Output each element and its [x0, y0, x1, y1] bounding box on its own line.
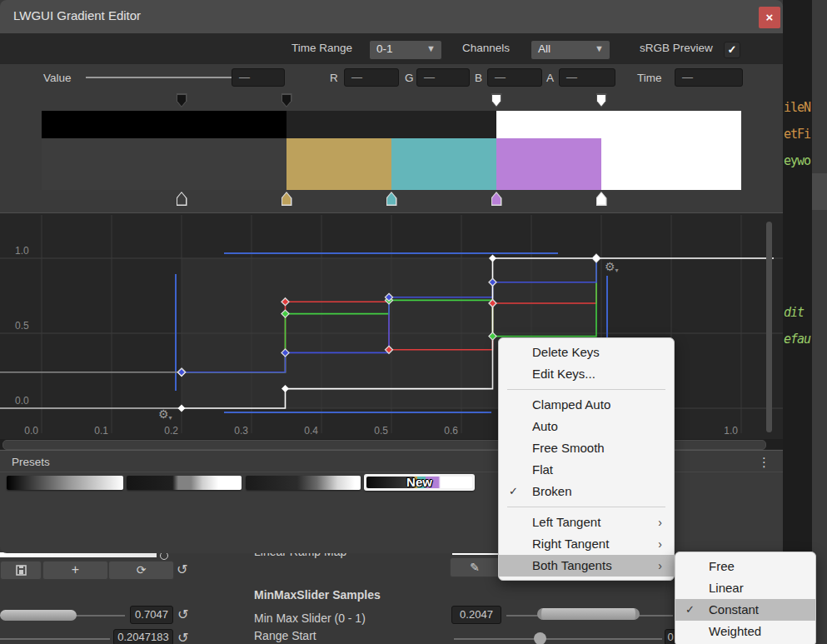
menu-item-auto[interactable]: Auto — [499, 416, 674, 437]
gradient-section: Value — R — G — B — A — Time — — [0, 64, 783, 212]
time-range-dropdown[interactable]: 0-1 ▼ — [369, 40, 442, 60]
value-label: Value — [43, 72, 72, 84]
gradient-color-segment — [286, 138, 391, 190]
vertical-scrollbar[interactable] — [766, 222, 772, 432]
alpha-key-fill — [597, 95, 605, 107]
save-button[interactable] — [0, 561, 42, 580]
code-text-fragment: eywo — [784, 153, 810, 168]
refresh-button[interactable]: ⟳ — [108, 561, 174, 580]
srgb-preview-checkbox[interactable]: ✓ — [724, 42, 740, 58]
menu-item-constant[interactable]: ✓Constant — [675, 599, 815, 621]
chevron-down-icon: ▼ — [426, 43, 436, 53]
submenu-arrow-icon: › — [658, 512, 662, 533]
submenu-arrow-icon: › — [658, 533, 662, 555]
slider2-track[interactable] — [0, 638, 110, 640]
menu-item-clamped-auto[interactable]: Clamped Auto — [499, 394, 674, 416]
menu-item-linear[interactable]: Linear — [675, 577, 815, 599]
color-key-marker[interactable] — [491, 192, 502, 206]
y-axis-tick-label: 1.0 — [15, 245, 29, 257]
slider2-value[interactable]: 0.2047183 — [113, 629, 173, 644]
menu-item-both-tangents[interactable]: Both Tangents› — [499, 555, 674, 577]
floppy-icon — [16, 565, 27, 576]
b-field[interactable]: — — [487, 68, 542, 87]
menu-separator — [507, 389, 665, 390]
alpha-key-marker[interactable] — [491, 93, 502, 107]
preset-swatch[interactable] — [127, 476, 242, 490]
color-key-fill — [492, 193, 501, 205]
channels-label: Channels — [462, 42, 510, 54]
controls-row: Time Range 0-1 ▼ Channels All ▼ sRGB Pre… — [0, 33, 783, 64]
gradient-color-segment — [496, 138, 601, 190]
g-label: G — [405, 72, 414, 84]
code-text-fragment: etFi — [784, 127, 810, 142]
r-label: R — [330, 72, 338, 84]
x-axis-tick-label: 0.1 — [80, 425, 108, 437]
range-start-track[interactable] — [454, 638, 662, 640]
add-button[interactable]: + — [42, 561, 108, 580]
minmax-title: MinMaxSlider Samples — [254, 588, 381, 602]
preset-new-swatch[interactable]: New — [364, 474, 475, 491]
gradient-alpha-segment — [42, 111, 286, 138]
menu-item-broken[interactable]: ✓Broken — [499, 481, 674, 502]
background-code-editor — [783, 0, 827, 644]
time-label: Time — [637, 72, 662, 84]
kebab-menu-icon[interactable]: ⋮ — [758, 455, 770, 470]
x-axis-tick-label: 0.5 — [360, 425, 388, 437]
value-field[interactable]: — — [232, 68, 285, 87]
undo-icon[interactable]: ↺ — [177, 630, 188, 644]
screen: ileNetFieywoditefau LWGUI Gradient Edito… — [0, 0, 827, 644]
channels-dropdown[interactable]: All ▼ — [531, 40, 610, 60]
preset-swatch[interactable] — [246, 476, 361, 490]
r-field[interactable]: — — [344, 68, 399, 87]
window-titlebar: LWGUI Gradient Editor × — [0, 0, 783, 33]
alpha-key-marker[interactable] — [281, 93, 292, 107]
color-key-marker[interactable] — [177, 192, 187, 206]
menu-item-right-tangent[interactable]: Right Tangent› — [499, 533, 674, 555]
slider1-handle[interactable] — [0, 610, 77, 621]
alpha-key-marker[interactable] — [596, 93, 607, 107]
b-label: B — [475, 72, 482, 84]
a-field[interactable]: — — [559, 68, 615, 87]
gradient-color-segment — [391, 138, 496, 190]
code-text-fragment: dit — [784, 305, 804, 320]
check-icon: ✓ — [728, 43, 737, 56]
gear-icon[interactable]: ⚙▾ — [605, 261, 619, 277]
slider1-value[interactable]: 0.7047 — [130, 606, 173, 624]
refresh-icon: ⟳ — [137, 563, 147, 577]
menu-item-flat[interactable]: Flat — [499, 459, 674, 481]
presets-title: Presets — [12, 456, 50, 468]
minmax-value[interactable]: 0.2047 — [451, 606, 501, 624]
menu-item-free-smooth[interactable]: Free Smooth — [499, 437, 674, 459]
x-axis-tick-label: 1.0 — [710, 425, 738, 437]
menu-item-free[interactable]: Free — [675, 556, 815, 577]
alpha-key-marker[interactable] — [177, 93, 187, 107]
menu-item-left-tangent[interactable]: Left Tangent› — [499, 512, 674, 533]
color-key-marker[interactable] — [281, 192, 292, 206]
value-slider[interactable] — [86, 77, 252, 78]
code-scrollbar-thumb[interactable] — [812, 173, 827, 210]
gradient-alpha-segment — [286, 111, 496, 138]
close-button[interactable]: × — [759, 7, 780, 28]
time-field[interactable]: — — [675, 68, 743, 87]
gear-icon[interactable]: ⚙▾ — [158, 408, 172, 424]
menu-item-delete-keys[interactable]: Delete Keys — [499, 342, 674, 363]
gradient-color-segment — [601, 138, 741, 190]
tangent-submenu: FreeLinear✓ConstantWeighted — [675, 552, 816, 644]
x-axis-tick-label: 0.6 — [430, 425, 458, 437]
code-text-fragment: efau — [784, 332, 810, 347]
menu-item-edit-keys[interactable]: Edit Keys... — [499, 363, 674, 385]
x-axis-tick-label: 0.3 — [220, 425, 248, 437]
context-menu: Delete KeysEdit Keys...Clamped AutoAutoF… — [498, 337, 675, 581]
menu-separator — [507, 507, 665, 507]
g-field[interactable]: — — [416, 68, 470, 87]
undo-icon[interactable]: ↺ — [177, 607, 188, 622]
range-start-thumb[interactable] — [534, 632, 546, 644]
minmax-range-handle[interactable] — [537, 608, 640, 620]
color-key-marker[interactable] — [596, 192, 607, 206]
edit-ramp-button[interactable]: ✎ — [450, 557, 500, 577]
preset-swatch[interactable] — [7, 476, 123, 490]
undo-icon[interactable]: ↺ — [177, 562, 187, 577]
gradient-alpha-strip — [0, 111, 783, 138]
color-key-marker[interactable] — [386, 192, 397, 206]
menu-item-weighted[interactable]: Weighted — [675, 621, 815, 642]
